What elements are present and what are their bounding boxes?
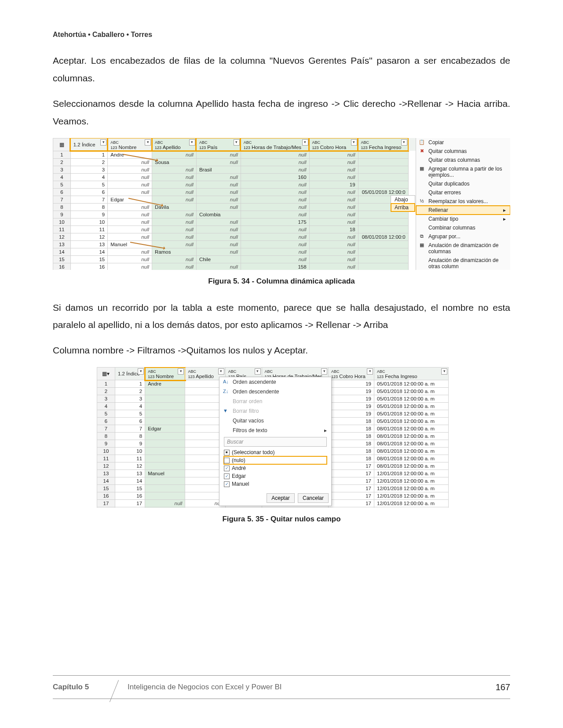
ctx-anulaci-n-de-dinamizaci-[interactable]: ▦Anulación de dinamización de columnas (416, 241, 510, 256)
btn-aceptar[interactable]: Aceptar (267, 493, 294, 503)
page-header: Atehortúa • Caballero • Torres (53, 0, 510, 39)
page-footer: Capítulo 5 Inteligencia de Negocios con … (53, 673, 510, 702)
ctx-rellenar[interactable]: Rellenar▸ (416, 206, 510, 215)
ctx-copiar[interactable]: 📋Copiar (416, 138, 510, 147)
ctx-agrupar-por-[interactable]: ⧉Agrupar por... (416, 232, 510, 241)
chk-manuel[interactable]: ✓Manuel (224, 480, 327, 488)
figure-5-34: ▦ 1.2 Índice▾ ABC123 Nombre▾ ABC123 Apel… (53, 138, 510, 270)
table-row[interactable]: 1818nullnullnullnullnull12/01/2018 12:00… (97, 507, 449, 508)
chk-edgar[interactable]: ✓Edgar (224, 472, 327, 480)
col-rownum: ▦▾ (97, 368, 115, 380)
paragraph-2: Seleccionamos desde la columna Apellido … (53, 95, 510, 130)
figure-5-35: ▦▾ 1.2 Índice▾ ABC123 Nombre▾ ABC123 Ape… (97, 367, 449, 508)
footer-page-number: 167 (496, 682, 510, 692)
col-fecha[interactable]: ABC123 Fecha Ingreso▾ (374, 368, 449, 380)
ctx-quitar-duplicados[interactable]: Quitar duplicados (416, 179, 510, 188)
sort-asc-icon: A↓ (223, 379, 229, 384)
context-menu[interactable]: 📋Copiar✖Quitar columnasQuitar otras colu… (416, 138, 510, 270)
filter-panel[interactable]: A↓Orden ascendente Z↓Orden descendente B… (219, 377, 332, 506)
ctx-quitar-otras-columnas[interactable]: Quitar otras columnas (416, 156, 510, 164)
clear-filter-icon: ▼ (223, 408, 228, 413)
ctx-anulaci-n-de-dinamizaci-[interactable]: Anulación de dinamización de otras colum… (416, 256, 510, 270)
col-cobro[interactable]: ABC123 Cobro Hora▾ (329, 368, 374, 380)
col-cobro[interactable]: ABC123 Cobro Hora▾ (309, 138, 358, 151)
chk-nulo[interactable]: (nulo) (224, 456, 327, 464)
fig35-caption: Figura 5. 35 - Quitar nulos campo (53, 515, 510, 524)
col-indice[interactable]: 1.2 Índice▾ (70, 138, 108, 151)
col-nombre[interactable]: ABC123 Nombre▾ (145, 368, 185, 380)
ctx-quitar-errores[interactable]: Quitar errores (416, 188, 510, 197)
paragraph-4: Columna nombre -> Filtramos ->Quitamos l… (53, 342, 510, 359)
paragraph-3: Si damos un recorrido por la tabla a est… (53, 299, 510, 334)
ctx-icon: ✖ (419, 148, 425, 154)
remove-empty[interactable]: Quitar vacíos (219, 416, 331, 426)
ctx-icon: ⧉ (419, 233, 425, 240)
col-horas[interactable]: ABC123 Horas de Trabajo/Mes▾ (241, 138, 309, 151)
col-fecha[interactable]: ABC123 Fecha Ingreso▾ (358, 138, 408, 151)
fig34-caption: Figura 5. 34 - Columna dinámica aplicada (53, 277, 510, 286)
chevron-right-icon: ▸ (503, 207, 506, 213)
sort-desc-icon: Z↓ (223, 389, 228, 394)
ctx-icon: ▦ (419, 166, 425, 172)
filter-search[interactable]: Buscar (224, 437, 327, 447)
ctx-reemplazar-los-valores-[interactable]: ½Reemplazar los valores... (416, 197, 510, 206)
col-apellido[interactable]: ABC123 Apellido▾ (152, 138, 197, 151)
ctx-icon: ½ (419, 198, 425, 204)
clear-sort: Borrar orden (219, 397, 331, 406)
fill-submenu[interactable]: Abajo Arriba (391, 195, 415, 212)
col-nombre[interactable]: ABC123 Nombre▾ (108, 138, 152, 151)
ctx-icon: ▦ (419, 242, 425, 248)
ctx-icon: 📋 (419, 139, 425, 146)
sort-asc[interactable]: A↓Orden ascendente (219, 377, 331, 387)
ctx-cambiar-tipo[interactable]: Cambiar tipo▸ (416, 215, 510, 223)
chevron-right-icon: ▸ (503, 216, 506, 222)
col-indice[interactable]: 1.2 Índice▾ (115, 368, 145, 380)
ctx-quitar-columnas[interactable]: ✖Quitar columnas (416, 147, 510, 156)
ctx-combinar-columnas[interactable]: Combinar columnas (416, 223, 510, 232)
footer-title: Inteligencia de Negocios con Excel y Pow… (114, 683, 496, 692)
ctx-agregar-columna-a-partir[interactable]: ▦Agregar columna a partir de los ejemplo… (416, 164, 510, 179)
submenu-abajo[interactable]: Abajo (391, 196, 415, 204)
clear-filter: ▼Borrar filtro (219, 406, 331, 416)
paragraph-1: Aceptar. Los encabezados de filas de la … (53, 52, 510, 87)
submenu-arriba[interactable]: Arriba (391, 204, 415, 211)
col-rownum: ▦ (53, 138, 71, 151)
col-pais[interactable]: ABC123 País▾ (196, 138, 241, 151)
btn-cancelar[interactable]: Cancelar (298, 493, 329, 503)
text-filters[interactable]: Filtros de texto▸ (219, 426, 331, 435)
chk-select-all[interactable]: (Seleccionar todo) (224, 448, 327, 456)
footer-chapter: Capítulo 5 (53, 683, 114, 692)
chk-andré[interactable]: ✓André (224, 464, 327, 472)
sort-desc[interactable]: Z↓Orden descendente (219, 387, 331, 397)
